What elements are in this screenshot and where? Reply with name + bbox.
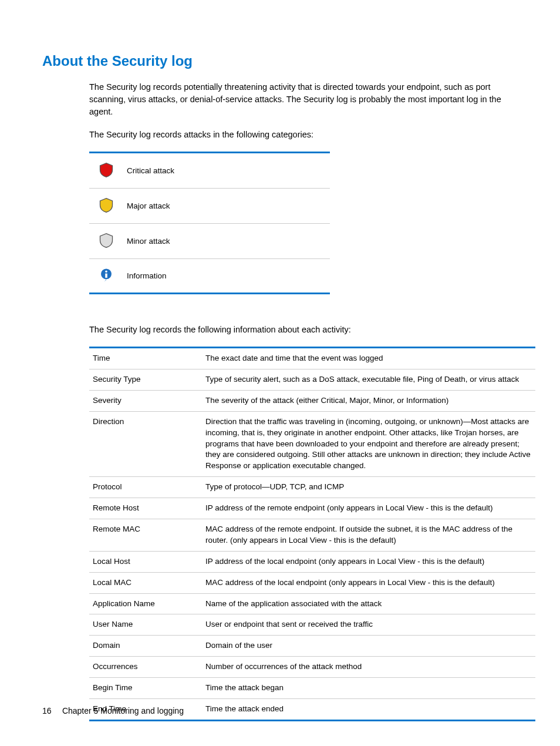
svg-point-1 bbox=[105, 271, 107, 273]
field-name: Severity bbox=[89, 390, 202, 411]
field-desc: IP address of the remote endpoint (only … bbox=[202, 498, 535, 519]
info-icon bbox=[99, 267, 114, 283]
table-row: TimeThe exact date and time that the eve… bbox=[89, 348, 535, 369]
field-name: Direction bbox=[89, 411, 202, 476]
intro-paragraph-1: The Security log records potentially thr… bbox=[89, 81, 518, 118]
intro-paragraph-3: The Security log records the following i… bbox=[89, 324, 518, 336]
page-number: 16 bbox=[42, 706, 58, 715]
table-row: OccurrencesNumber of occurrences of the … bbox=[89, 657, 535, 678]
field-desc: Type of security alert, such as a DoS at… bbox=[202, 369, 535, 390]
table-row: User NameUser or endpoint that sent or r… bbox=[89, 614, 535, 636]
field-desc: Direction that the traffic was traveling… bbox=[202, 411, 535, 476]
field-name: Local Host bbox=[89, 551, 202, 572]
table-row: Critical attack bbox=[89, 153, 330, 189]
field-desc: Time the attack ended bbox=[202, 699, 535, 721]
shield-critical-icon bbox=[98, 162, 114, 178]
table-row: Application NameName of the application … bbox=[89, 593, 535, 614]
table-row: ProtocolType of protocol—UDP, TCP, and I… bbox=[89, 477, 535, 498]
fields-table: TimeThe exact date and time that the eve… bbox=[89, 347, 535, 721]
shield-minor-icon bbox=[98, 232, 114, 248]
field-desc: MAC address of the local endpoint (only … bbox=[202, 572, 535, 593]
field-desc: IP address of the local endpoint (only a… bbox=[202, 551, 535, 572]
chapter-label: Chapter 5 Monitoring and logging bbox=[62, 706, 184, 715]
category-label: Major attack bbox=[123, 189, 330, 224]
svg-rect-2 bbox=[105, 274, 107, 278]
section-heading: About the Security log bbox=[42, 53, 518, 69]
field-name: Occurrences bbox=[89, 657, 202, 678]
field-name: Remote Host bbox=[89, 498, 202, 519]
field-desc: The exact date and time that the event w… bbox=[202, 348, 535, 369]
table-row: DomainDomain of the user bbox=[89, 636, 535, 657]
shield-major-icon bbox=[98, 197, 114, 213]
field-name: Protocol bbox=[89, 477, 202, 498]
field-desc: Domain of the user bbox=[202, 636, 535, 657]
field-name: Domain bbox=[89, 636, 202, 657]
category-label: Minor attack bbox=[123, 224, 330, 259]
intro-paragraph-2: The Security log records attacks in the … bbox=[89, 129, 518, 141]
field-desc: Name of the application associated with … bbox=[202, 593, 535, 614]
table-row: Minor attack bbox=[89, 224, 330, 259]
field-desc: MAC address of the remote endpoint. If o… bbox=[202, 519, 535, 551]
table-row: Security TypeType of security alert, suc… bbox=[89, 369, 535, 390]
table-row: Major attack bbox=[89, 189, 330, 224]
table-row: Remote MACMAC address of the remote endp… bbox=[89, 519, 535, 551]
field-desc: Type of protocol—UDP, TCP, and ICMP bbox=[202, 477, 535, 498]
page-footer: 16 Chapter 5 Monitoring and logging bbox=[42, 706, 184, 715]
table-row: SeverityThe severity of the attack (eith… bbox=[89, 390, 535, 411]
category-label: Information bbox=[123, 259, 330, 294]
field-desc: Number of occurrences of the attack meth… bbox=[202, 657, 535, 678]
table-row: Remote HostIP address of the remote endp… bbox=[89, 498, 535, 519]
table-row: Begin TimeTime the attack began bbox=[89, 678, 535, 699]
field-desc: Time the attack began bbox=[202, 678, 535, 699]
field-desc: User or endpoint that sent or received t… bbox=[202, 614, 535, 636]
categories-table: Critical attack Major attack Minor attac… bbox=[89, 152, 330, 294]
field-name: Local MAC bbox=[89, 572, 202, 593]
field-name: Remote MAC bbox=[89, 519, 202, 551]
field-name: User Name bbox=[89, 614, 202, 636]
table-row: DirectionDirection that the traffic was … bbox=[89, 411, 535, 476]
field-desc: The severity of the attack (either Criti… bbox=[202, 390, 535, 411]
table-row: Local MACMAC address of the local endpoi… bbox=[89, 572, 535, 593]
field-name: Application Name bbox=[89, 593, 202, 614]
category-label: Critical attack bbox=[123, 153, 330, 189]
field-name: Security Type bbox=[89, 369, 202, 390]
field-name: Time bbox=[89, 348, 202, 369]
table-row: Information bbox=[89, 259, 330, 294]
field-name: Begin Time bbox=[89, 678, 202, 699]
table-row: Local HostIP address of the local endpoi… bbox=[89, 551, 535, 572]
